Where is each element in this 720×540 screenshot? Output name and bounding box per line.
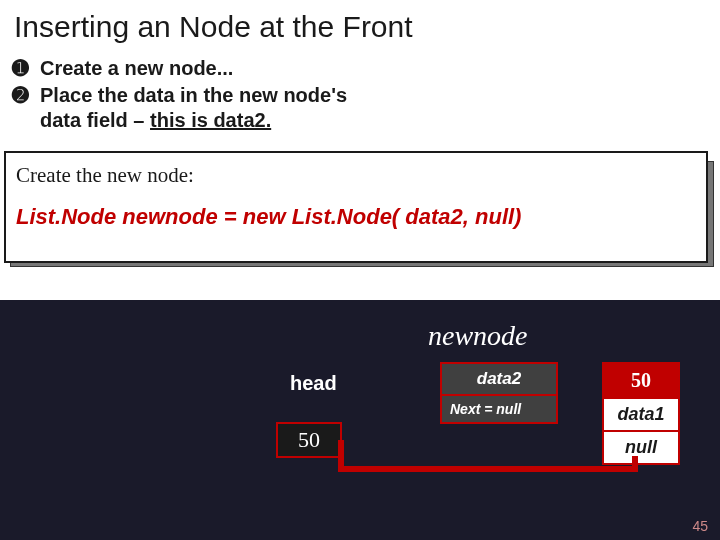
bullet-marker-1: ➊ [12, 56, 40, 80]
existing-node-box: 50 data1 null [602, 362, 680, 465]
bullet-text-2: Place the data in the new node'sdata fie… [40, 83, 347, 133]
newnode-box: data2 Next = null [440, 362, 558, 424]
bullet-1: ➊ Create a new node... [12, 56, 708, 81]
bullet-text-1: Create a new node... [40, 56, 233, 81]
connector-line [338, 440, 344, 472]
newnode-data: data2 [442, 364, 556, 396]
page-number: 45 [692, 518, 708, 534]
slide-title: Inserting an Node at the Front [0, 0, 720, 52]
connector-line [632, 456, 638, 472]
head-value-box: 50 [276, 422, 342, 458]
bullet-2: ➋ Place the data in the new node'sdata f… [12, 83, 708, 133]
code-box: Create the new node: List.Node newnode =… [0, 151, 710, 263]
bullet-marker-2: ➋ [12, 83, 40, 107]
code-box-label: Create the new node: [16, 163, 692, 188]
bullet-list: ➊ Create a new node... ➋ Place the data … [0, 52, 720, 145]
newnode-label: newnode [428, 320, 528, 352]
existing-node-next: null [604, 432, 678, 463]
head-label: head [290, 372, 337, 395]
existing-node-data: data1 [604, 399, 678, 432]
newnode-next: Next = null [442, 396, 556, 422]
existing-node-value: 50 [604, 364, 678, 399]
connector-line [342, 466, 638, 472]
code-line: List.Node newnode = new List.Node( data2… [16, 204, 692, 230]
